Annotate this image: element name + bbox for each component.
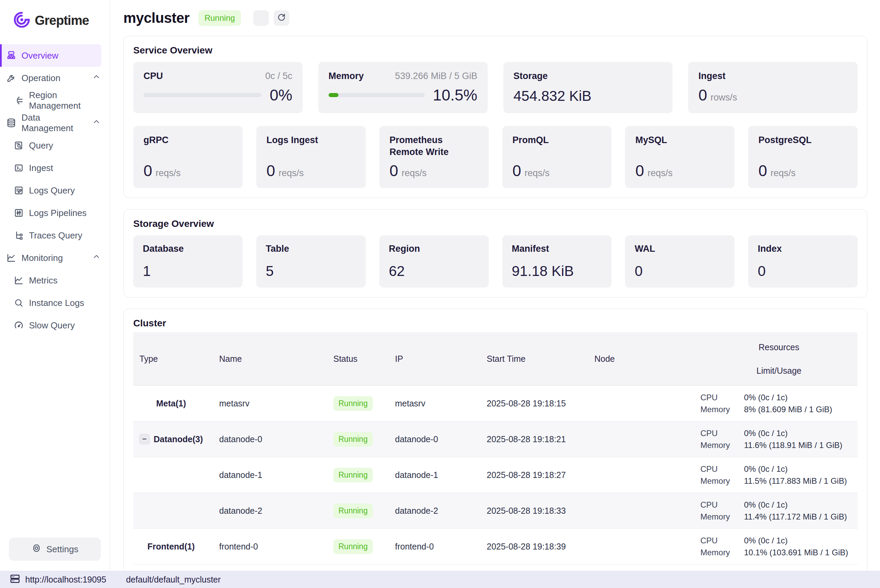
sidebar-item-label: Traces Query [29,230,83,241]
chart-icon [6,252,17,264]
sidebar-item-operation[interactable]: Operation [0,67,110,89]
cpu-percent: 0% [270,86,292,104]
storage-overview-panel: Storage Overview Database 1 Table 5 Regi… [123,209,867,297]
cluster-table-header: Type Name Status IP Start Time Node Reso… [133,332,857,386]
cluster-title: mycluster [123,10,189,26]
col-status: Status [333,354,395,364]
sidebar-item-label: Metrics [29,275,58,286]
search-icon [13,297,24,309]
cell-start-time: 2025-08-28 19:18:39 [487,542,595,552]
wrench-icon [6,72,17,84]
cell-start-time: 2025-08-28 19:18:33 [487,506,595,516]
status-badge: Running [333,539,373,554]
index-card: Index 0 [748,236,857,288]
storage-overview-title: Storage Overview [133,218,857,229]
memory-progressbar [329,93,425,97]
chevron-up-icon[interactable] [92,117,101,129]
service-rate-cards: gRPC 0reqs/s Logs Ingest 0reqs/s Prometh… [133,126,857,188]
sidebar-item-instance-logs[interactable]: Instance Logs [0,292,110,314]
ingest-unit: rows/s [710,92,737,103]
server-icon [9,573,21,586]
status-badge: Running [333,504,373,518]
table-row-datanode-1: datanode-1 Running datanode-1 2025-08-28… [133,457,857,493]
cell-start-time: 2025-08-28 19:18:15 [487,399,595,408]
resources-group-label: Resources [700,342,857,352]
cell-ip: datanode-0 [395,434,487,444]
refresh-icon [276,12,287,24]
settings-label: Settings [47,544,78,555]
region-management-icon [13,95,24,106]
server-url[interactable]: http://localhost:19095 [25,575,106,585]
sidebar-item-logs-query[interactable]: Logs Query [0,179,110,202]
col-name: Name [219,354,333,364]
sidebar-item-label: Logs Pipelines [29,208,87,218]
speedometer-icon [13,320,24,331]
mysql-card: MySQL 0reqs/s [625,126,734,188]
memory-card: Memory 539.266 MiB / 5 GiB 10.5% [318,62,488,113]
sliders-icon [13,207,24,219]
table-row-frontend-0: Frontend(1) frontend-0 Running frontend-… [133,529,857,564]
wal-card: WAL 0 [625,236,734,288]
sidebar-item-query[interactable]: Query [0,134,110,157]
sidebar-item-ingest[interactable]: Ingest [0,157,110,179]
sidebar-item-label: Operation [21,73,60,84]
col-start-time: Start Time [487,354,595,364]
service-metric-cards: CPU 0c / 5c 0% Memory 539.266 MiB / 5 Gi… [133,62,857,113]
database-icon [6,117,17,129]
sidebar-item-label: Logs Query [29,185,75,196]
ingest-value: 0 [698,86,707,104]
cell-name: metasrv [219,399,333,408]
status-badge: Running [333,432,373,447]
table-card: Table 5 [256,236,366,288]
cluster-status-badge: Running [198,10,241,26]
tree-branch-icon [13,230,24,241]
promql-card: PromQL 0reqs/s [502,126,612,188]
current-database[interactable]: default/default_mycluster [126,575,221,585]
sidebar-item-slow-query[interactable]: Slow Query [0,314,110,337]
cell-ip: datanode-1 [395,470,487,480]
ingest-card: Ingest 0 rows/s [688,62,857,113]
cpu-card: CPU 0c / 5c 0% [133,62,303,113]
cluster-action-button[interactable] [253,10,269,26]
refresh-button[interactable] [274,10,289,26]
cell-ip: frontend-0 [395,542,487,552]
sidebar-item-logs-pipelines[interactable]: Logs Pipelines [0,202,110,224]
database-card: Database 1 [133,236,243,288]
settings-button[interactable]: Settings [9,538,101,561]
sidebar-item-region-management[interactable]: Region Management [0,89,110,112]
memory-label: Memory [329,71,364,81]
document-edit-icon [13,184,24,196]
main-content: mycluster Running Service Overview CPU 0… [110,0,880,571]
chevron-up-icon[interactable] [92,252,101,264]
sidebar-item-data-management[interactable]: Data Management [0,112,110,134]
metrics-chart-icon [13,274,24,286]
page-header: mycluster Running [123,0,867,36]
cpu-label: CPU [144,71,163,81]
chevron-up-icon[interactable] [92,73,101,84]
sidebar-item-label: Region Management [29,90,110,111]
table-row-metasrv: Meta(1) metasrv Running metasrv 2025-08-… [133,386,857,422]
gear-icon [32,543,42,556]
ingest-icon [13,162,24,174]
cluster-icon [6,50,17,62]
storage-cards: Database 1 Table 5 Region 62 Manifest 91… [133,236,857,288]
greptime-spiral-icon [13,11,31,30]
sidebar-item-metrics[interactable]: Metrics [0,269,110,292]
sidebar-item-label: Overview [21,50,58,61]
cell-name: datanode-0 [219,434,333,444]
cluster-panel: Cluster Type Name Status IP Start Time N… [123,309,867,571]
cell-ip: metasrv [395,399,487,408]
sidebar-item-overview[interactable]: Overview [0,44,101,67]
sidebar-item-label: Slow Query [29,320,75,331]
service-overview-title: Service Overview [133,45,857,56]
sidebar-item-label: Data Management [21,112,88,134]
sidebar-item-monitoring[interactable]: Monitoring [0,247,110,269]
col-resources: Resources Limit/Usage [700,332,857,385]
ingest-label: Ingest [698,71,725,81]
status-badge: Running [333,396,373,411]
cell-name: datanode-1 [219,470,333,480]
brand-name: Greptime [35,13,89,28]
manifest-card: Manifest 91.18 KiB [502,236,612,288]
collapse-group-button[interactable]: − [140,434,150,444]
sidebar-item-traces-query[interactable]: Traces Query [0,224,110,247]
